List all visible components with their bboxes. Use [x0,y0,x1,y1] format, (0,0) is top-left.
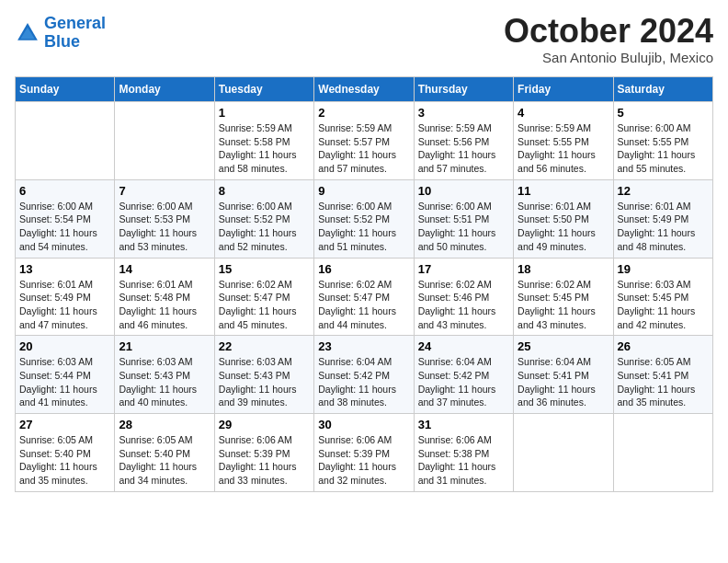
day-number: 23 [318,339,409,353]
day-info: Sunrise: 6:06 AMSunset: 5:38 PMDaylight:… [418,433,509,488]
day-info: Sunrise: 6:02 AMSunset: 5:45 PMDaylight:… [518,278,609,332]
day-number: 26 [618,339,709,353]
day-number: 10 [418,184,509,198]
day-number: 27 [19,418,110,431]
logo-icon [15,20,40,46]
day-cell: 24Sunrise: 6:04 AMSunset: 5:42 PMDayligh… [414,336,513,414]
day-info: Sunrise: 6:03 AMSunset: 5:43 PMDaylight:… [119,355,210,409]
day-info: Sunrise: 5:59 AMSunset: 5:58 PMDaylight:… [219,121,310,176]
day-info: Sunrise: 6:03 AMSunset: 5:44 PMDaylight:… [19,355,110,409]
day-number: 5 [618,106,709,120]
logo-text: General Blue [44,15,106,52]
day-number: 11 [518,184,609,198]
day-number: 15 [219,262,310,276]
day-cell: 14Sunrise: 6:01 AMSunset: 5:48 PMDayligh… [115,258,214,336]
day-number: 3 [418,106,509,120]
day-cell: 28Sunrise: 6:05 AMSunset: 5:40 PMDayligh… [115,414,214,492]
day-cell: 30Sunrise: 6:06 AMSunset: 5:39 PMDayligh… [314,414,414,492]
day-cell [16,102,115,180]
day-info: Sunrise: 6:05 AMSunset: 5:40 PMDaylight:… [119,433,210,488]
day-number: 1 [219,106,310,120]
day-cell: 8Sunrise: 6:00 AMSunset: 5:52 PMDaylight… [214,179,313,258]
col-header-monday: Monday [115,77,214,102]
col-header-wednesday: Wednesday [314,77,414,102]
day-cell: 15Sunrise: 6:02 AMSunset: 5:47 PMDayligh… [214,258,313,336]
location: San Antonio Bulujib, Mexico [504,50,713,65]
day-number: 14 [119,262,210,276]
day-number: 13 [19,262,110,276]
day-number: 18 [518,262,609,276]
day-info: Sunrise: 6:00 AMSunset: 5:55 PMDaylight:… [618,121,709,176]
day-info: Sunrise: 6:02 AMSunset: 5:47 PMDaylight:… [219,278,310,332]
day-cell: 13Sunrise: 6:01 AMSunset: 5:49 PMDayligh… [16,258,115,336]
day-cell [514,414,613,492]
day-number: 4 [518,106,609,120]
day-cell: 6Sunrise: 6:00 AMSunset: 5:54 PMDaylight… [16,179,115,258]
day-cell [115,102,214,180]
week-row-2: 6Sunrise: 6:00 AMSunset: 5:54 PMDaylight… [16,179,713,258]
week-row-1: 1Sunrise: 5:59 AMSunset: 5:58 PMDaylight… [16,102,713,180]
week-row-3: 13Sunrise: 6:01 AMSunset: 5:49 PMDayligh… [16,258,713,336]
day-cell: 17Sunrise: 6:02 AMSunset: 5:46 PMDayligh… [414,258,513,336]
day-number: 16 [318,262,409,276]
day-number: 22 [219,339,310,353]
day-number: 25 [518,339,609,353]
day-number: 28 [119,418,210,431]
day-info: Sunrise: 6:05 AMSunset: 5:41 PMDaylight:… [618,355,709,409]
day-cell: 26Sunrise: 6:05 AMSunset: 5:41 PMDayligh… [613,336,712,414]
day-info: Sunrise: 6:00 AMSunset: 5:51 PMDaylight:… [418,200,509,254]
col-header-thursday: Thursday [414,77,513,102]
calendar-header: SundayMondayTuesdayWednesdayThursdayFrid… [16,77,713,102]
day-info: Sunrise: 6:04 AMSunset: 5:41 PMDaylight:… [518,355,609,409]
day-cell: 2Sunrise: 5:59 AMSunset: 5:57 PMDaylight… [314,102,414,180]
title-block: October 2024 San Antonio Bulujib, Mexico [504,15,713,65]
day-cell: 25Sunrise: 6:04 AMSunset: 5:41 PMDayligh… [514,336,613,414]
col-header-sunday: Sunday [16,77,115,102]
day-info: Sunrise: 6:06 AMSunset: 5:39 PMDaylight:… [318,433,409,488]
day-cell: 3Sunrise: 5:59 AMSunset: 5:56 PMDaylight… [414,102,513,180]
day-number: 17 [418,262,509,276]
day-number: 2 [318,106,409,120]
calendar-table: SundayMondayTuesdayWednesdayThursdayFrid… [15,76,713,492]
day-cell: 10Sunrise: 6:00 AMSunset: 5:51 PMDayligh… [414,179,513,258]
day-cell: 22Sunrise: 6:03 AMSunset: 5:43 PMDayligh… [214,336,313,414]
day-cell: 20Sunrise: 6:03 AMSunset: 5:44 PMDayligh… [16,336,115,414]
day-info: Sunrise: 6:03 AMSunset: 5:45 PMDaylight:… [618,278,709,332]
day-info: Sunrise: 6:06 AMSunset: 5:39 PMDaylight:… [219,433,310,488]
day-info: Sunrise: 6:02 AMSunset: 5:46 PMDaylight:… [418,278,509,332]
day-info: Sunrise: 6:00 AMSunset: 5:52 PMDaylight:… [219,200,310,254]
day-info: Sunrise: 6:01 AMSunset: 5:48 PMDaylight:… [119,278,210,332]
day-cell: 31Sunrise: 6:06 AMSunset: 5:38 PMDayligh… [414,414,513,492]
day-cell: 16Sunrise: 6:02 AMSunset: 5:47 PMDayligh… [314,258,414,336]
day-cell: 27Sunrise: 6:05 AMSunset: 5:40 PMDayligh… [16,414,115,492]
week-row-4: 20Sunrise: 6:03 AMSunset: 5:44 PMDayligh… [16,336,713,414]
day-number: 6 [19,184,110,198]
day-cell: 1Sunrise: 5:59 AMSunset: 5:58 PMDaylight… [214,102,313,180]
day-number: 12 [618,184,709,198]
day-number: 24 [418,339,509,353]
day-info: Sunrise: 6:04 AMSunset: 5:42 PMDaylight:… [418,355,509,409]
day-cell: 12Sunrise: 6:01 AMSunset: 5:49 PMDayligh… [613,179,712,258]
day-number: 29 [219,418,310,431]
day-info: Sunrise: 6:04 AMSunset: 5:42 PMDaylight:… [318,355,409,409]
day-info: Sunrise: 6:00 AMSunset: 5:54 PMDaylight:… [19,200,110,254]
day-number: 9 [318,184,409,198]
day-cell: 7Sunrise: 6:00 AMSunset: 5:53 PMDaylight… [115,179,214,258]
day-cell: 5Sunrise: 6:00 AMSunset: 5:55 PMDaylight… [613,102,712,180]
day-cell: 9Sunrise: 6:00 AMSunset: 5:52 PMDaylight… [314,179,414,258]
day-number: 19 [618,262,709,276]
col-header-saturday: Saturday [613,77,712,102]
day-number: 20 [19,339,110,353]
day-number: 21 [119,339,210,353]
day-cell: 18Sunrise: 6:02 AMSunset: 5:45 PMDayligh… [514,258,613,336]
col-header-tuesday: Tuesday [214,77,313,102]
day-info: Sunrise: 5:59 AMSunset: 5:56 PMDaylight:… [418,121,509,176]
day-cell [613,414,712,492]
day-number: 8 [219,184,310,198]
day-info: Sunrise: 6:00 AMSunset: 5:52 PMDaylight:… [318,200,409,254]
day-number: 7 [119,184,210,198]
week-row-5: 27Sunrise: 6:05 AMSunset: 5:40 PMDayligh… [16,414,713,492]
page-header: General Blue October 2024 San Antonio Bu… [15,15,713,65]
day-cell: 23Sunrise: 6:04 AMSunset: 5:42 PMDayligh… [314,336,414,414]
month-title: October 2024 [504,15,713,48]
